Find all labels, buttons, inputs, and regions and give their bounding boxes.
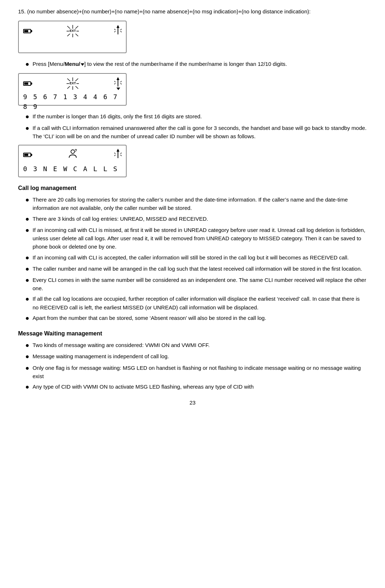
bullet-dot: ● bbox=[25, 60, 33, 69]
battery-icon-2 bbox=[23, 81, 31, 86]
svg-line-26 bbox=[120, 81, 122, 82]
cl-bullet-content-4: The caller number and name will be arran… bbox=[33, 265, 367, 273]
cl-bullet-content-7: Apart from the number that can be stored… bbox=[33, 314, 367, 322]
intro-text: 15. (no number absence)+(no number)+(no … bbox=[18, 7, 367, 16]
cl-bullet-dot-6: ● bbox=[25, 295, 33, 304]
phone-display-2: EXT 9 5 6 7 1 3 4 4 6 7 8 9 bbox=[18, 73, 127, 106]
ext-label-2: EXT bbox=[69, 81, 76, 86]
cl-bullet-content-2: If an incoming call with CLI is missed, … bbox=[33, 226, 367, 251]
svg-line-13 bbox=[120, 31, 122, 32]
svg-rect-8 bbox=[118, 28, 118, 34]
cl-bullet-content-3: If an incoming call with CLI is accepted… bbox=[33, 253, 367, 262]
antenna-signal-icon-2 bbox=[114, 77, 122, 90]
cl-bullet-dot-5: ● bbox=[25, 276, 33, 285]
call-log-bullet-6: ● If all the call log locations are occu… bbox=[18, 295, 367, 312]
battery-icon bbox=[23, 29, 31, 33]
call-log-heading: Call log management bbox=[18, 184, 367, 193]
display2-number: 9 5 6 7 1 3 4 4 6 7 8 9 bbox=[23, 92, 122, 111]
call-log-bullet-5: ● Every CLI comes in with the same numbe… bbox=[18, 276, 367, 293]
mw-bullet-dot-0: ● bbox=[25, 341, 33, 350]
call-log-bullets: ● There are 20 calls log memories for st… bbox=[18, 195, 367, 323]
bullet-dot-1: ● bbox=[25, 124, 33, 133]
antenna-signal-icon-3 bbox=[114, 149, 122, 161]
down-arrow-icon bbox=[81, 63, 84, 66]
bullet-press-menu-text: Press [Menu/Menu/] to view the rest of t… bbox=[33, 60, 367, 68]
bullets-after-display2: ● If the number is longer than 16 digits… bbox=[18, 112, 367, 140]
mw-bullet-content-1: Message waiting management is independen… bbox=[33, 352, 367, 360]
cl-bullet-dot-4: ● bbox=[25, 265, 33, 274]
cl-bullet-dot-7: ● bbox=[25, 314, 33, 323]
mw-bullet-1: ● Message waiting management is independ… bbox=[18, 352, 367, 361]
svg-line-24 bbox=[114, 81, 115, 82]
display1-top-bar: EXT bbox=[23, 24, 122, 38]
battery-icon-3 bbox=[23, 153, 31, 157]
page-number: 23 bbox=[18, 399, 367, 407]
call-log-bullet-2: ● If an incoming call with CLI is missed… bbox=[18, 226, 367, 251]
mw-bullet-dot-1: ● bbox=[25, 352, 33, 361]
message-waiting-bullets: ● Two kinds of message waiting are consi… bbox=[18, 341, 367, 392]
mw-bullet-content-0: Two kinds of message waiting are conside… bbox=[33, 341, 367, 349]
svg-marker-23 bbox=[117, 77, 119, 80]
svg-rect-30 bbox=[118, 152, 118, 158]
cl-bullet-dot-1: ● bbox=[25, 215, 33, 224]
antenna-down-arrow-icon bbox=[117, 88, 120, 90]
display3-text: 0 3 N E W C A L L S bbox=[23, 164, 122, 174]
svg-rect-22 bbox=[118, 80, 118, 86]
message-waiting-heading: Message Waiting management bbox=[18, 329, 367, 338]
call-log-bullet-0: ● There are 20 calls log memories for st… bbox=[18, 195, 367, 212]
svg-line-32 bbox=[114, 153, 115, 154]
call-log-bullet-7: ● Apart from the number that can be stor… bbox=[18, 314, 367, 323]
menu-button-icon: Menu/ bbox=[64, 61, 80, 67]
phone-display-1: EXT bbox=[18, 21, 127, 53]
svg-line-12 bbox=[120, 29, 122, 30]
mw-bullet-dot-2: ● bbox=[25, 364, 33, 373]
bullet-content-1: If a call with CLI information remained … bbox=[33, 124, 367, 141]
svg-line-10 bbox=[114, 29, 115, 30]
cl-bullet-content-1: There are 3 kinds of call log entries: U… bbox=[33, 215, 367, 223]
cl-bullet-content-6: If all the call log locations are occupi… bbox=[33, 295, 367, 312]
svg-marker-31 bbox=[117, 149, 119, 152]
ext-label: EXT bbox=[69, 29, 76, 34]
svg-point-28 bbox=[71, 150, 75, 153]
svg-line-33 bbox=[114, 155, 115, 156]
svg-line-34 bbox=[120, 153, 122, 154]
cl-bullet-content-0: There are 20 calls log memories for stor… bbox=[33, 195, 367, 212]
cl-bullet-dot-0: ● bbox=[25, 195, 33, 204]
bullet-item-0: ● If the number is longer than 16 digits… bbox=[18, 112, 367, 121]
svg-marker-9 bbox=[117, 25, 119, 28]
mw-bullet-2: ● Only one flag is for message waiting: … bbox=[18, 364, 367, 381]
antenna-signal-icon bbox=[114, 25, 122, 38]
ext-signal-icon-2: EXT bbox=[64, 77, 82, 90]
mw-bullet-0: ● Two kinds of message waiting are consi… bbox=[18, 341, 367, 350]
bullet-press-menu: ● Press [Menu/Menu/] to view the rest of… bbox=[18, 60, 367, 69]
mw-bullet-dot-3: ● bbox=[25, 382, 33, 392]
cl-bullet-content-5: Every CLI comes in with the same number … bbox=[33, 276, 367, 293]
phone-display-3: ? 0 3 N E W C A L L S bbox=[18, 145, 127, 177]
ext-signal-icon: EXT bbox=[64, 24, 82, 38]
svg-line-25 bbox=[114, 83, 115, 84]
display2-top-bar: EXT bbox=[23, 77, 122, 90]
mw-bullet-content-3: Any type of CID with VWMI ON to activate… bbox=[33, 382, 367, 391]
call-log-bullet-3: ● If an incoming call with CLI is accept… bbox=[18, 253, 367, 262]
svg-text:?: ? bbox=[75, 148, 77, 153]
bullet-dot-0: ● bbox=[25, 112, 33, 121]
call-log-bullet-4: ● The caller number and name will be arr… bbox=[18, 265, 367, 274]
display3-top-bar: ? bbox=[23, 148, 122, 161]
cl-bullet-dot-3: ● bbox=[25, 253, 33, 262]
call-log-bullet-1: ● There are 3 kinds of call log entries:… bbox=[18, 215, 367, 224]
cli-icon: ? bbox=[68, 148, 78, 161]
svg-line-27 bbox=[120, 83, 122, 84]
bullet-content-0: If the number is longer than 16 digits, … bbox=[33, 112, 367, 120]
svg-line-11 bbox=[114, 31, 115, 32]
bullet-item-1: ● If a call with CLI information remaine… bbox=[18, 124, 367, 141]
mw-bullet-content-2: Only one flag is for message waiting: MS… bbox=[33, 364, 367, 381]
svg-line-35 bbox=[120, 155, 122, 156]
cl-bullet-dot-2: ● bbox=[25, 226, 33, 235]
mw-bullet-3: ● Any type of CID with VWMI ON to activa… bbox=[18, 382, 367, 392]
